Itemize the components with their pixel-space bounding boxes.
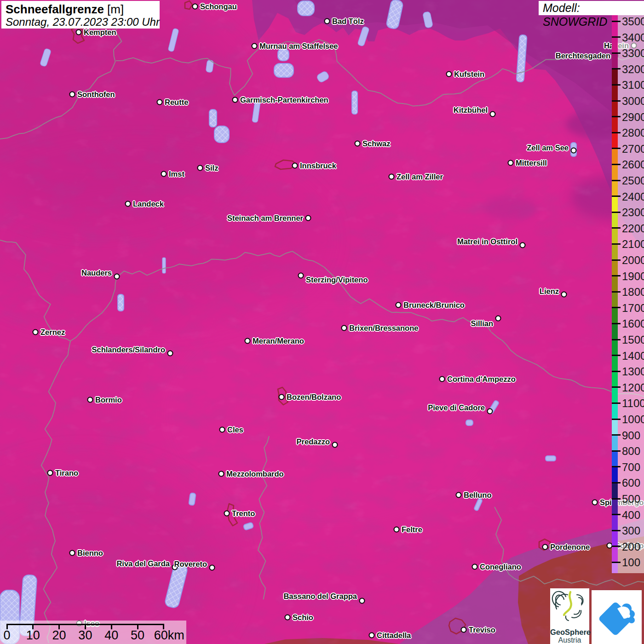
legend-value-3200: 3200 [622, 63, 644, 76]
city-dot-lienz [561, 292, 567, 298]
map-title: Schneefallgrenze [m] [6, 3, 160, 16]
legend-value-800: 800 [622, 445, 640, 458]
city-label-predazzo: Predazzo [297, 437, 330, 447]
title-main: Schneefallgrenze [6, 2, 104, 16]
city-dot-spilimbergo [592, 500, 598, 506]
city-dot-zernez [33, 329, 39, 335]
city-label-meran-merano: Meran/Merano [253, 336, 304, 346]
legend-tick [612, 402, 621, 404]
city-dot-kitzb-hel [490, 111, 496, 117]
city-dot-pieve-di-cadore [487, 408, 493, 414]
title-box: Schneefallgrenze [m] Sonntag, 23.07.2023… [1, 1, 160, 29]
city-label-sonthofen: Sonthofen [77, 89, 115, 99]
city-label-lienz: Lienz [540, 286, 559, 296]
city-label-bassano-del-grappa: Bassano del Grappa [283, 591, 357, 601]
city-dot-bassano-del-grappa [359, 598, 365, 604]
legend-tick [612, 100, 621, 102]
legend-tick [612, 307, 621, 308]
legend-tick [612, 466, 621, 467]
city-dot-conegliano [472, 564, 478, 570]
legend-value-1100: 1100 [622, 397, 644, 410]
legend-value-2500: 2500 [622, 174, 644, 187]
city-label-sillian: Sillian [471, 318, 493, 328]
city-label-bienno: Bienno [77, 548, 103, 558]
city-label-rovereto: Rovereto [174, 559, 207, 569]
legend-value-1000: 1000 [622, 413, 644, 426]
legend-value-3000: 3000 [622, 95, 644, 108]
city-dot-rovereto [209, 565, 215, 571]
legend-value-2600: 2600 [622, 158, 644, 171]
legend-value-3300: 3300 [622, 47, 644, 60]
legend-tick [612, 339, 621, 340]
city-dot-silz [197, 165, 203, 171]
city-dot-feltre [394, 527, 400, 533]
legend-tick [612, 386, 621, 388]
legend-tick [612, 355, 621, 356]
lake [118, 294, 124, 311]
city-dot-sterzing-vipiteno [298, 273, 304, 279]
legend-value-200: 200 [622, 540, 640, 553]
lake [466, 420, 473, 426]
legend-value-2100: 2100 [622, 238, 644, 251]
legend-value-3100: 3100 [622, 79, 644, 92]
legend-value-2300: 2300 [622, 206, 644, 219]
city-label-bad-t-lz: Bad Tölz [332, 16, 364, 26]
city-label-tirano: Tirano [55, 468, 78, 478]
legend-value-1300: 1300 [622, 365, 644, 378]
legend-value-1800: 1800 [622, 286, 644, 299]
city-dot-bozen-bolzano [279, 394, 285, 400]
legend-value-700: 700 [622, 461, 640, 474]
city-dot-nauders [114, 274, 120, 280]
city-dot-schio [285, 615, 291, 621]
legend-value-3500: 3500 [622, 15, 644, 28]
legend-value-2400: 2400 [622, 190, 644, 203]
city-dot-murnau-am-staffelsee [252, 43, 258, 49]
lake [352, 91, 357, 114]
city-label-kufstein: Kufstein [454, 69, 484, 79]
city-dot-belluno [456, 492, 462, 498]
legend-tick [612, 514, 621, 515]
legend-tick [612, 498, 621, 500]
city-label-pordenone: Pordenone [550, 542, 590, 552]
city-label-cortina-d-ampezzo: Cortina d'Ampezzo [447, 374, 516, 384]
city-dot-matrei-in-osttirol [520, 242, 526, 248]
legend-value-1900: 1900 [622, 270, 644, 283]
city-dot-schongau [192, 4, 198, 10]
legend-tick [612, 148, 621, 149]
legend-tick [612, 371, 621, 372]
city-label-schio: Schio [293, 612, 313, 622]
lake [209, 109, 217, 127]
city-label-cles: Cles [227, 425, 243, 435]
city-dot-cortina-d-ampezzo [439, 376, 445, 382]
geosphere-logo-box: GeoSphere Austria [550, 588, 589, 644]
city-dot-bienno [69, 550, 75, 556]
mountain-logo-icon [592, 590, 642, 644]
city-label-innsbruck: Innsbruck [300, 161, 336, 171]
city-label-imst: Imst [169, 169, 184, 179]
legend-value-3400: 3400 [622, 31, 644, 44]
city-dot-pordenone [542, 544, 548, 550]
city-label-brixen-bressanone: Brixen/Bressanone [349, 323, 418, 333]
model-label: Modell: SNOWGRID [539, 1, 644, 15]
legend-value-1500: 1500 [622, 334, 644, 346]
legend-tick [612, 180, 621, 181]
city-dot-zell-am-see [571, 148, 577, 154]
city-dot-zell-am-ziller [389, 174, 395, 180]
city-dot-mezzolombardo [218, 471, 224, 477]
city-dot-predazzo [332, 442, 338, 448]
city-label-belluno: Belluno [464, 490, 492, 500]
legend-value-2000: 2000 [622, 254, 644, 267]
city-dot-kufstein [446, 71, 452, 77]
legend-tick [612, 291, 621, 293]
scalebar-label-60km: 60km [154, 628, 184, 643]
legend-tick [612, 21, 621, 22]
city-label-zell-am-ziller: Zell am Ziller [397, 172, 443, 182]
geosphere-logo-country: Austria [550, 636, 589, 644]
city-label-murnau-am-staffelsee: Murnau am Staffelsee [259, 41, 338, 51]
city-label-nauders: Nauders [81, 268, 112, 278]
legend-value-100: 100 [622, 556, 640, 569]
legend-value-1600: 1600 [622, 317, 644, 330]
legend-value-300: 300 [622, 524, 640, 537]
city-dot-bad-t-lz [324, 18, 330, 24]
city-dot-cles [219, 427, 225, 433]
